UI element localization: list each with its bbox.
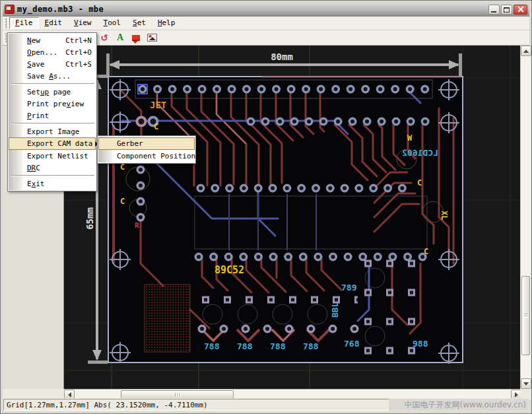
- label-ref: 988: [413, 339, 428, 349]
- add-text-button[interactable]: A: [113, 32, 127, 44]
- menu-bar: File Edit View Tool Set Help: [3, 17, 529, 30]
- label-c: C: [120, 197, 125, 206]
- label-w: W: [407, 133, 413, 143]
- export-image-button[interactable]: [145, 32, 159, 44]
- label-ref: 789: [341, 283, 356, 293]
- menu-file[interactable]: File: [9, 17, 39, 29]
- submenu-item-gerber[interactable]: Gerber: [98, 137, 195, 150]
- menu-edit[interactable]: Edit: [39, 17, 69, 29]
- minimize-icon: [491, 11, 496, 13]
- menu-item-setup-page[interactable]: Setup page: [9, 86, 96, 98]
- label-lcd: LCD1602: [402, 148, 438, 158]
- menu-separator: [11, 83, 94, 85]
- menu-help[interactable]: Help: [152, 17, 182, 29]
- file-menu: NewCtrl+N Open...Ctrl+O SaveCtrl+S Save …: [7, 32, 97, 191]
- svg-text:80mm: 80mm: [271, 52, 293, 62]
- label-c: C: [120, 162, 125, 172]
- status-bar: Grid[1.27mm,1.27mm] Abs( 23.1520mm, -4.7…: [3, 398, 529, 411]
- toolbar-grip[interactable]: [4, 33, 7, 43]
- arrow-right-icon: [515, 392, 518, 397]
- label-ref: 788: [303, 341, 319, 351]
- label-ref: 768: [344, 339, 360, 349]
- menu-item-save-as[interactable]: Save As...: [9, 70, 96, 82]
- label-c: C: [424, 247, 428, 256]
- pcb-drawing: 80mm 65mm: [64, 46, 521, 389]
- rotate-icon: ↺: [100, 33, 108, 42]
- menu-item-export-cam-data[interactable]: Export CAM data: [9, 137, 96, 150]
- menu-separator: [11, 123, 94, 124]
- maximize-icon: [504, 7, 510, 13]
- flag-button[interactable]: [129, 32, 143, 44]
- vertical-scrollbar[interactable]: [520, 46, 531, 389]
- title-bar[interactable]: my_demo.mb3 - mbe: [3, 3, 529, 17]
- arrow-up-icon: [523, 50, 529, 53]
- vertical-scroll-thumb[interactable]: [521, 276, 530, 355]
- menu-view[interactable]: View: [68, 17, 98, 29]
- rotate-button[interactable]: ↺: [97, 32, 112, 44]
- app-icon: [5, 5, 15, 14]
- menu-item-new[interactable]: NewCtrl+N: [9, 34, 96, 46]
- scroll-down-button[interactable]: [521, 378, 531, 389]
- label-ref: 788: [237, 341, 253, 351]
- menu-item-print[interactable]: Print: [9, 110, 96, 121]
- menu-item-export-image[interactable]: Export Image: [9, 125, 96, 137]
- menu-tool[interactable]: Tool: [98, 17, 127, 29]
- label-xl: XL: [440, 211, 449, 220]
- dimension-width: 80mm: [106, 52, 462, 76]
- menubar-grip[interactable]: [4, 18, 7, 28]
- copper-pour: [145, 285, 190, 352]
- menu-item-open[interactable]: Open...Ctrl+O: [9, 46, 96, 58]
- menu-item-print-preview[interactable]: Print preview: [9, 98, 96, 110]
- window-title: my_demo.mb3 - mbe: [17, 5, 487, 14]
- flag-icon: [132, 35, 140, 41]
- label-chip: 89C52: [215, 264, 244, 276]
- minimize-button[interactable]: [488, 5, 500, 15]
- label-r: R: [135, 221, 139, 230]
- menu-item-drc[interactable]: DRC: [9, 162, 96, 174]
- menu-item-export-netlist[interactable]: Export Netlist: [9, 150, 96, 162]
- text-icon: A: [117, 32, 123, 43]
- cam-submenu: Gerber Component Position: [97, 135, 196, 164]
- label-ref: 788: [204, 341, 220, 351]
- maximize-button[interactable]: [501, 5, 512, 15]
- menu-item-save[interactable]: SaveCtrl+S: [9, 58, 96, 70]
- menu-set[interactable]: Set: [127, 17, 152, 29]
- arrow-left-icon: [68, 392, 71, 397]
- menu-item-exit[interactable]: Exit: [9, 178, 96, 190]
- arrow-down-icon: [523, 382, 529, 386]
- label-jet: JET: [150, 100, 166, 110]
- close-button[interactable]: [514, 5, 527, 15]
- watermark: 中国电子开发网(www.ourdev.cn): [389, 399, 529, 411]
- label-ref: 788: [270, 341, 286, 351]
- label-c: C: [154, 122, 158, 131]
- scroll-up-button[interactable]: [521, 46, 531, 56]
- label-ref: BBL: [330, 302, 340, 318]
- submenu-item-component-position[interactable]: Component Position: [98, 150, 195, 162]
- menu-separator: [11, 175, 94, 176]
- svg-text:65mm: 65mm: [84, 207, 95, 230]
- app-window: my_demo.mb3 - mbe File Edit View Tool Se…: [0, 0, 532, 414]
- label-c: C: [417, 178, 422, 188]
- pcb-canvas[interactable]: 80mm 65mm: [64, 46, 521, 389]
- image-icon: [147, 34, 157, 42]
